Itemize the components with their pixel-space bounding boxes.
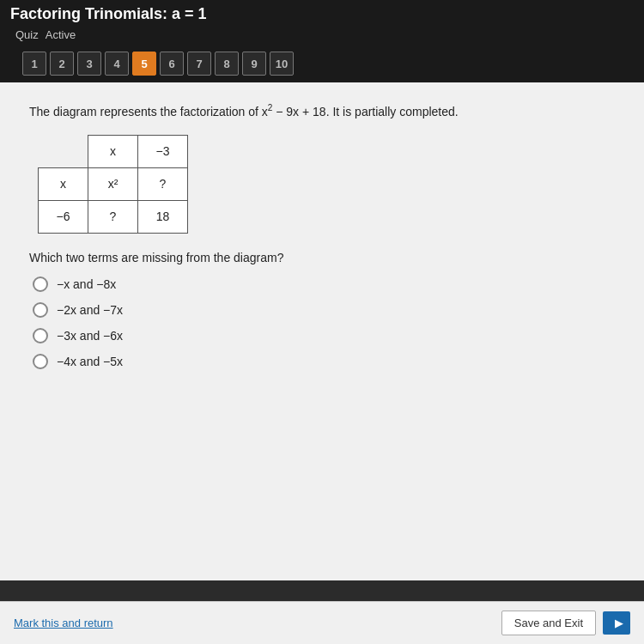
- tab-5[interactable]: 5: [132, 52, 156, 76]
- option-2[interactable]: −2x and −7x: [33, 302, 620, 318]
- content-area: The diagram represents the factorization…: [0, 82, 644, 580]
- tabs-bar: 1 2 3 4 5 6 7 8 9 10: [0, 46, 644, 82]
- tab-2[interactable]: 2: [50, 52, 74, 76]
- options-list: −x and −8x −2x and −7x −3x and −6x −4x a…: [33, 276, 620, 369]
- tab-9[interactable]: 9: [242, 52, 266, 76]
- radio-4[interactable]: [33, 354, 48, 369]
- option-3-label: −3x and −6x: [57, 329, 123, 343]
- quiz-label: Quiz: [15, 28, 39, 41]
- cell-18: 18: [138, 200, 188, 233]
- mark-return-link[interactable]: Mark this and return: [14, 617, 113, 629]
- label-x: x: [39, 167, 88, 200]
- radio-2[interactable]: [33, 302, 48, 318]
- cell-q1: ?: [138, 167, 188, 200]
- bottom-bar: Mark this and return Save and Exit ▶: [0, 601, 644, 644]
- cell-q2: ?: [88, 200, 138, 233]
- tab-7[interactable]: 7: [187, 52, 211, 76]
- tab-1[interactable]: 1: [22, 52, 46, 76]
- save-exit-button[interactable]: Save and Exit: [501, 611, 596, 635]
- next-button[interactable]: ▶: [603, 611, 630, 635]
- option-2-label: −2x and −7x: [57, 303, 123, 317]
- bottom-right-actions: Save and Exit ▶: [501, 611, 630, 635]
- option-4-label: −4x and −5x: [57, 355, 123, 368]
- page-title: Factoring Trinomials: a = 1: [10, 5, 207, 23]
- tab-8[interactable]: 8: [215, 52, 239, 76]
- tab-6[interactable]: 6: [160, 52, 184, 76]
- radio-1[interactable]: [33, 276, 48, 292]
- radio-3[interactable]: [33, 328, 48, 343]
- header-neg3: −3: [138, 135, 188, 167]
- question-text: The diagram represents the factorization…: [29, 101, 620, 121]
- active-label: Active: [46, 28, 76, 41]
- label-neg6: −6: [39, 200, 88, 233]
- tab-3[interactable]: 3: [77, 52, 101, 76]
- tab-10[interactable]: 10: [270, 52, 294, 76]
- header-bar: Factoring Trinomials: a = 1: [0, 0, 644, 27]
- which-text: Which two terms are missing from the dia…: [29, 251, 620, 264]
- factor-diagram: x −3 x x² ? −6 ? 18: [38, 135, 188, 234]
- option-4[interactable]: −4x and −5x: [33, 354, 620, 369]
- option-1-label: −x and −8x: [57, 277, 116, 291]
- option-1[interactable]: −x and −8x: [33, 276, 620, 292]
- header-x: x: [88, 135, 138, 167]
- cell-x2: x²: [88, 167, 138, 200]
- tab-4[interactable]: 4: [105, 52, 129, 76]
- option-3[interactable]: −3x and −6x: [33, 328, 620, 343]
